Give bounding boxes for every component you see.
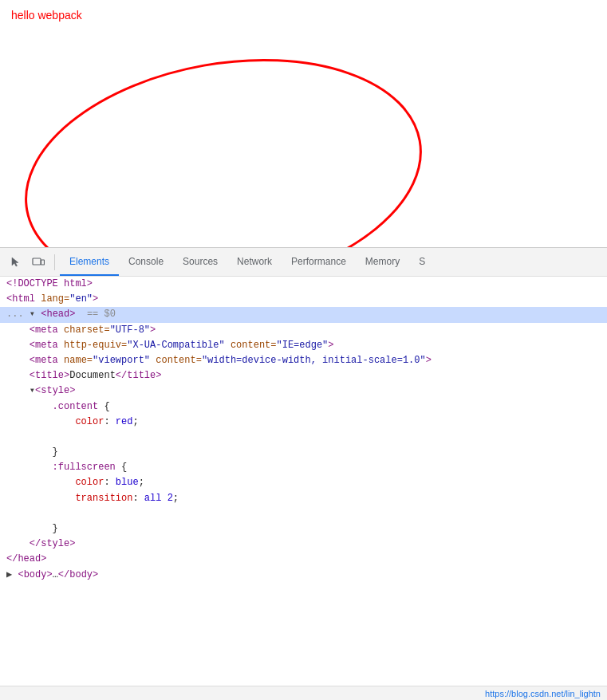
tab-sources[interactable]: Sources [173,248,227,276]
tab-elements[interactable]: Elements [60,248,119,276]
svg-rect-2 [41,260,45,265]
tab-s[interactable]: S [409,248,435,276]
devtools-elements-panel[interactable]: <!DOCTYPE html> <html lang="en"> ... ▾ <… [0,277,607,686]
html-line-head-close: </head> [0,552,607,567]
status-url: https://blog.csdn.net/lin_lightn [485,689,601,698]
element-picker-icon[interactable] [5,251,27,273]
devtools-panel: Elements Console Sources Network Perform… [0,247,607,700]
html-line-css-prop2: color: blue; [0,475,607,490]
tab-console[interactable]: Console [119,248,173,276]
html-line-html: <html lang="en"> [0,292,607,307]
toolbar-separator [54,254,55,270]
devtools-toolbar: Elements Console Sources Network Perform… [0,248,607,277]
annotation-drawing [0,0,607,247]
device-toolbar-icon[interactable] [27,251,49,273]
devtools-status-bar: https://blog.csdn.net/lin_lightn [0,686,607,700]
html-line-style-close: </style> [0,537,607,552]
html-line-doctype: <!DOCTYPE html> [0,277,607,292]
html-line-blank1 [0,430,607,445]
page-heading: hello webpack [11,9,82,22]
html-line-meta3: <meta name="viewport" content="width=dev… [0,353,607,368]
html-line-css-close2: } [0,521,607,537]
svg-point-0 [7,31,439,247]
tab-performance[interactable]: Performance [282,248,356,276]
html-line-css-prop3: transition: all 2; [0,491,607,506]
svg-rect-1 [33,258,41,265]
tab-memory[interactable]: Memory [356,248,409,276]
browser-page: hello webpack [0,0,607,247]
html-line-blank2 [0,506,607,521]
html-line-head[interactable]: ... ▾ <head> == $0 [0,307,607,322]
tab-network[interactable]: Network [227,248,282,276]
html-line-css-sel2: :fullscreen { [0,460,607,475]
html-line-meta1: <meta charset="UTF-8"> [0,323,607,338]
html-line-css-close1: } [0,445,607,460]
html-line-title: <title>Document</title> [0,368,607,383]
html-line-css-prop1: color: red; [0,415,607,430]
html-line-body: ▶ <body>…</body> [0,568,607,583]
html-line-css-sel1: .content { [0,399,607,415]
html-line-meta2: <meta http-equiv="X-UA-Compatible" conte… [0,338,607,353]
html-line-style-open: ▾<style> [0,383,607,399]
devtools-tabs: Elements Console Sources Network Perform… [60,248,435,276]
